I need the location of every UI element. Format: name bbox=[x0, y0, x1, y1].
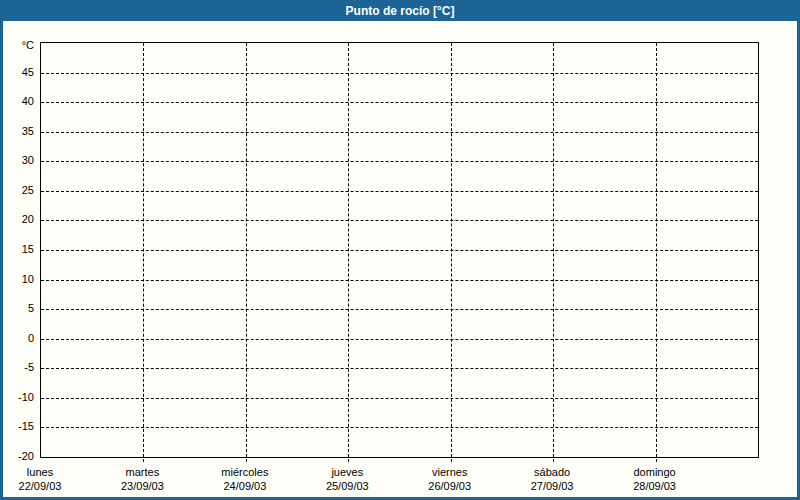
x-grid-line bbox=[553, 43, 554, 462]
plot-area bbox=[40, 42, 759, 458]
y-tick-label: 35 bbox=[0, 125, 34, 137]
y-grid-line bbox=[41, 191, 758, 192]
y-grid-line bbox=[41, 280, 758, 281]
y-grid-line bbox=[41, 220, 758, 221]
x-grid-line bbox=[143, 43, 144, 462]
y-axis-unit-label: °C bbox=[0, 39, 34, 51]
chart-window: Punto de rocío [°C] °C 45403530252015105… bbox=[0, 0, 800, 500]
x-day-label: domingo bbox=[595, 466, 715, 479]
y-tick-label: 40 bbox=[0, 95, 34, 107]
x-grid-line bbox=[656, 43, 657, 462]
y-grid-line bbox=[41, 73, 758, 74]
x-date-label: 28/09/03 bbox=[595, 480, 715, 493]
y-grid-line bbox=[41, 427, 758, 428]
y-grid-line bbox=[41, 398, 758, 399]
y-grid-line bbox=[41, 368, 758, 369]
y-tick-label: 25 bbox=[0, 184, 34, 196]
y-tick-label: -15 bbox=[0, 420, 34, 432]
y-tick-label: 0 bbox=[0, 332, 34, 344]
y-tick-label: -5 bbox=[0, 361, 34, 373]
y-tick-label: 15 bbox=[0, 243, 34, 255]
y-tick-label: 45 bbox=[0, 66, 34, 78]
y-tick-label: -10 bbox=[0, 391, 34, 403]
y-grid-line bbox=[41, 132, 758, 133]
x-grid-line bbox=[246, 43, 247, 462]
y-tick-label: 20 bbox=[0, 213, 34, 225]
y-grid-line bbox=[41, 102, 758, 103]
y-grid-line bbox=[41, 309, 758, 310]
y-tick-label: 5 bbox=[0, 302, 34, 314]
y-grid-line bbox=[41, 161, 758, 162]
y-tick-label: 30 bbox=[0, 154, 34, 166]
y-grid-line bbox=[41, 250, 758, 251]
x-grid-line bbox=[451, 43, 452, 462]
chart-title-bar: Punto de rocío [°C] bbox=[0, 0, 800, 21]
y-grid-line bbox=[41, 339, 758, 340]
chart-title: Punto de rocío [°C] bbox=[346, 4, 455, 18]
y-tick-label: 10 bbox=[0, 273, 34, 285]
x-grid-line bbox=[348, 43, 349, 462]
y-tick-label: -20 bbox=[0, 450, 34, 462]
